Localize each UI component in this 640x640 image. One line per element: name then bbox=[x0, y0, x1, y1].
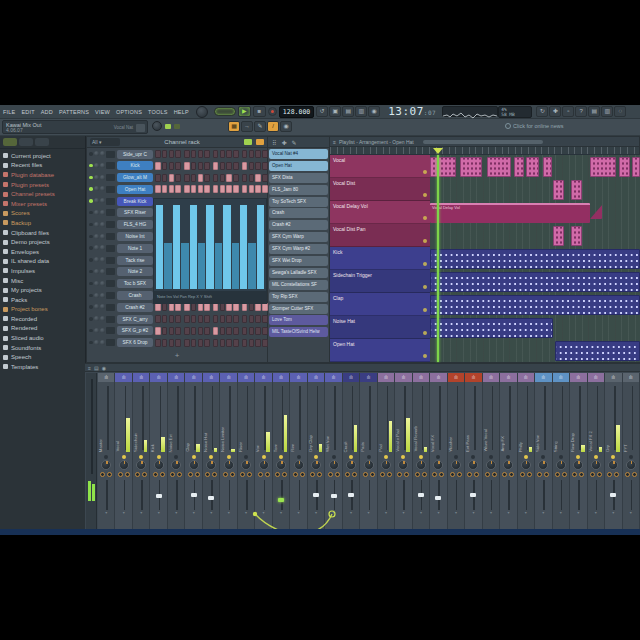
step-cell[interactable] bbox=[262, 339, 268, 347]
master-fader-track[interactable] bbox=[91, 379, 93, 474]
channel-pan-knob[interactable] bbox=[94, 210, 99, 215]
mixer-fader[interactable] bbox=[483, 480, 499, 510]
send-knob[interactable] bbox=[205, 472, 210, 477]
send-knob[interactable] bbox=[240, 472, 245, 477]
picker-item-button[interactable]: Love Tom bbox=[269, 315, 328, 325]
clip-pattern[interactable] bbox=[487, 157, 511, 177]
mixer-strip-fader-track[interactable] bbox=[194, 386, 196, 450]
fader-handle[interactable] bbox=[208, 496, 214, 500]
mixer-mute-led[interactable] bbox=[611, 455, 615, 459]
step-cell[interactable] bbox=[198, 185, 204, 193]
mixer-mute-led[interactable] bbox=[157, 455, 161, 459]
mixer-strip-header[interactable]: ılı bbox=[518, 373, 534, 382]
step-cell[interactable] bbox=[155, 315, 161, 323]
mixer-mute-led[interactable] bbox=[524, 455, 528, 459]
mixer-strip[interactable]: ılıVox▾ bbox=[255, 373, 272, 529]
fader-handle[interactable] bbox=[348, 493, 354, 497]
mixer-strip-fader-track[interactable] bbox=[439, 386, 441, 450]
clip-pattern[interactable] bbox=[632, 157, 640, 177]
mixer-mute-led[interactable] bbox=[576, 455, 580, 459]
mixer-strip-fader-track[interactable] bbox=[107, 386, 109, 450]
mixer-fader[interactable] bbox=[360, 480, 376, 510]
step-cell[interactable] bbox=[213, 339, 219, 347]
step-cell[interactable] bbox=[169, 339, 175, 347]
step-cell[interactable] bbox=[220, 174, 226, 182]
send-knob[interactable] bbox=[107, 472, 112, 477]
rack-options-icon[interactable] bbox=[256, 139, 264, 145]
channel-vol-knob[interactable] bbox=[100, 328, 105, 333]
picker-item-button[interactable]: Sewga's Lalladle SFX bbox=[269, 268, 328, 278]
playlist-menu-icon[interactable]: ≡ bbox=[333, 139, 336, 145]
step-cell[interactable] bbox=[191, 315, 197, 323]
step-cell[interactable] bbox=[169, 303, 175, 311]
step-cell[interactable] bbox=[175, 315, 181, 323]
picker-item-button[interactable]: SFX Wet Drop bbox=[269, 256, 328, 266]
browser-item-envelopes[interactable]: Envelopes bbox=[3, 247, 85, 257]
mixer-fader[interactable] bbox=[500, 480, 516, 510]
mixer-fader[interactable] bbox=[623, 480, 639, 510]
mixer-strip-header[interactable]: ılı bbox=[150, 373, 166, 382]
channel-vol-knob[interactable] bbox=[100, 340, 105, 345]
mixer-strip[interactable]: ılıAmp FX▾ bbox=[500, 373, 517, 529]
send-knob[interactable] bbox=[300, 472, 305, 477]
browser-item-channel-presets[interactable]: Channel presets bbox=[3, 189, 85, 199]
fader-handle[interactable] bbox=[156, 494, 162, 498]
menu-item-view[interactable]: VIEW bbox=[92, 109, 113, 115]
step-cell[interactable] bbox=[155, 150, 161, 158]
mixer-strip[interactable]: ılıRim▾ bbox=[290, 373, 307, 529]
channel-pan-knob[interactable] bbox=[94, 316, 99, 321]
mixer-mute-led[interactable] bbox=[174, 455, 178, 459]
send-knob[interactable] bbox=[544, 472, 549, 477]
keyboard-bar[interactable] bbox=[257, 205, 264, 289]
mixer-strip[interactable]: ılıString▾ bbox=[553, 373, 570, 529]
mixer-pan-knob[interactable] bbox=[433, 460, 443, 470]
playlist-track-header[interactable]: Vocal Delay Vol bbox=[330, 201, 430, 224]
mixer-strip[interactable]: ılıRaw Drop▾ bbox=[570, 373, 587, 529]
send-knob[interactable] bbox=[439, 472, 444, 477]
send-knob[interactable] bbox=[457, 472, 462, 477]
send-knob[interactable] bbox=[370, 472, 375, 477]
send-knob[interactable] bbox=[317, 472, 322, 477]
transport-icon-0[interactable]: ↺ bbox=[316, 106, 328, 117]
fader-handle[interactable] bbox=[610, 493, 616, 497]
mixer-mute-led[interactable] bbox=[192, 455, 196, 459]
track-control-knob[interactable] bbox=[423, 354, 427, 358]
mixer-pan-knob[interactable] bbox=[451, 460, 461, 470]
mixer-strip-fader-track[interactable] bbox=[509, 386, 511, 450]
clip-auto[interactable]: Vocal Delay Vol bbox=[430, 203, 590, 223]
step-cell[interactable] bbox=[204, 185, 210, 193]
mixer-strip-fader-track[interactable] bbox=[334, 386, 336, 450]
channel-button[interactable]: Open Hat bbox=[117, 185, 153, 194]
mixer-strip-fader-track[interactable] bbox=[492, 386, 494, 450]
mixer-fader[interactable] bbox=[343, 480, 359, 510]
mixer-mute-led[interactable] bbox=[454, 455, 458, 459]
step-cell[interactable] bbox=[255, 339, 261, 347]
mixer-strip-header[interactable]: ılı bbox=[623, 373, 639, 382]
mixer-fader[interactable] bbox=[448, 480, 464, 510]
step-cell[interactable] bbox=[249, 150, 255, 158]
send-knob[interactable] bbox=[492, 472, 497, 477]
mixer-fader[interactable] bbox=[185, 480, 201, 510]
record-button[interactable] bbox=[268, 107, 277, 116]
channel-vol-knob[interactable] bbox=[100, 234, 105, 239]
browser-item-sliced-audio[interactable]: Sliced audio bbox=[3, 333, 85, 343]
mixer-strip-fader-track[interactable] bbox=[597, 386, 599, 450]
step-cell[interactable] bbox=[242, 303, 248, 311]
send-knob[interactable] bbox=[527, 472, 532, 477]
step-cell[interactable] bbox=[162, 174, 168, 182]
fader-handle[interactable] bbox=[418, 493, 424, 497]
track-control-knob[interactable] bbox=[423, 262, 427, 266]
swing-slider[interactable] bbox=[244, 139, 252, 145]
mixer-strip-fader-track[interactable] bbox=[247, 386, 249, 450]
keyboard-bar[interactable] bbox=[181, 243, 188, 289]
send-knob[interactable] bbox=[118, 472, 123, 477]
picker-item-button[interactable]: Crash #2 bbox=[269, 220, 328, 230]
browser-tab-1[interactable] bbox=[3, 138, 17, 146]
send-knob[interactable] bbox=[520, 472, 525, 477]
send-knob[interactable] bbox=[230, 472, 235, 477]
mixer-strip-fader-track[interactable] bbox=[527, 386, 529, 450]
clip-pattern[interactable] bbox=[553, 180, 564, 200]
channel-mute-led[interactable] bbox=[89, 211, 93, 215]
mixer-strip[interactable]: ılıClap▾ bbox=[185, 373, 202, 529]
step-cell[interactable] bbox=[175, 150, 181, 158]
